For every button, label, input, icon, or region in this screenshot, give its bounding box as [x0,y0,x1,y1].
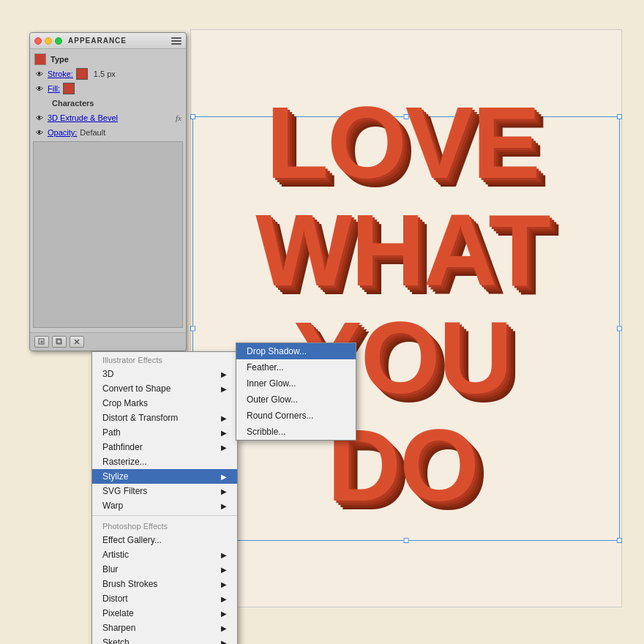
menu-item-warp-arrow: ▶ [221,502,227,510]
submenu-outer-glow[interactable]: Outer Glow... [236,392,356,408]
stroke-row: Stroke: 1.5 px [30,67,186,81]
menu-item-artistic-arrow: ▶ [221,551,227,559]
menu-section2-header: Photoshop Effects [92,518,237,533]
type-label: Type [50,55,69,64]
menu-item-crop[interactable]: Crop Marks [92,396,237,411]
submenu-outer-glow-label: Outer Glow... [247,394,298,405]
menu-item-brush[interactable]: Brush Strokes ▶ [92,577,237,591]
stroke-visibility-eye[interactable] [34,69,45,79]
menu-item-pathfinder-label: Pathfinder [102,442,143,452]
effect-label[interactable]: 3D Extrude & Bevel [48,113,118,122]
menu-item-blur-arrow: ▶ [221,566,227,574]
menu-item-distort2-arrow: ▶ [221,595,227,603]
menu-item-svg-arrow: ▶ [221,487,227,495]
submenu-inner-glow-label: Inner Glow... [247,378,296,389]
opacity-row: Opacity: Default [30,125,186,140]
type-color-swatch [34,53,46,65]
menu-item-3d[interactable]: 3D ▶ [92,367,237,381]
menu-item-pixelate-label: Pixelate [102,608,134,618]
fill-color-swatch[interactable] [63,83,75,94]
menu-item-distort[interactable]: Distort & Transform ▶ [92,411,237,425]
menu-item-3d-arrow: ▶ [221,370,227,378]
menu-item-brush-label: Brush Strokes [102,579,157,589]
menu-item-sharpen[interactable]: Sharpen ▶ [92,621,237,635]
maximize-button[interactable] [55,37,62,45]
text-line1: LOVE [176,89,629,196]
stroke-color-swatch[interactable] [76,68,88,80]
fx-badge: fx [176,113,181,122]
menu-item-effect-gallery-label: Effect Gallery... [102,535,162,545]
menu-item-pixelate[interactable]: Pixelate ▶ [92,606,237,621]
menu-item-stylize[interactable]: Stylize ▶ [92,469,237,484]
menu-item-distort2-label: Distort [102,594,128,604]
characters-label: Characters [52,99,94,108]
menu-item-artistic-label: Artistic [102,550,129,560]
stylize-submenu: Drop Shadow... Feather... Inner Glow... … [236,342,356,441]
submenu-feather-label: Feather... [247,362,284,372]
handle-br[interactable] [617,538,622,543]
characters-header: Characters [30,96,186,111]
menu-item-path-arrow: ▶ [221,429,227,437]
menu-item-effect-gallery[interactable]: Effect Gallery... [92,533,237,547]
handle-bc[interactable] [404,538,409,543]
panel-menu-icon[interactable] [171,37,181,45]
menu-item-sharpen-arrow: ▶ [221,624,227,632]
menu-item-distort2[interactable]: Distort ▶ [92,591,237,606]
fill-row: Fill: [30,81,186,96]
minimize-button[interactable] [45,37,52,45]
text-line2: WHAT [176,196,629,304]
submenu-scribble[interactable]: Scribble... [236,424,356,440]
close-button[interactable] [34,37,42,45]
type-row: Type [30,52,186,67]
menu-item-warp-label: Warp [102,501,123,511]
menu-item-artistic[interactable]: Artistic ▶ [92,547,237,562]
menu-item-svg-label: SVG Filters [102,486,147,496]
menu-item-path[interactable]: Path ▶ [92,425,237,440]
menu-item-sketch[interactable]: Sketch ▶ [92,635,237,644]
new-layer-button[interactable] [34,336,49,348]
fill-visibility-eye[interactable] [34,83,45,94]
duplicate-button[interactable] [52,336,67,348]
menu-item-pathfinder[interactable]: Pathfinder ▶ [92,440,237,454]
menu-item-rasterize-label: Rasterize... [102,457,147,467]
opacity-visibility-eye[interactable] [34,127,45,138]
menu-item-convert-label: Convert to Shape [102,383,171,394]
menu-item-warp[interactable]: Warp ▶ [92,498,237,513]
panel-body: Type Stroke: 1.5 px Fill: Characters 3D … [30,49,186,332]
menu-item-stylize-arrow: ▶ [221,473,227,481]
menu-item-path-label: Path [102,427,121,438]
submenu-drop-shadow-label: Drop Shadow... [247,346,307,356]
menu-separator [92,515,237,516]
menu-item-3d-label: 3D [102,369,113,379]
menu-item-distort-arrow: ▶ [221,414,227,422]
opacity-value: Default [80,128,105,137]
menu-item-distort-label: Distort & Transform [102,413,178,423]
effect-row: 3D Extrude & Bevel fx [30,111,186,125]
stroke-label[interactable]: Stroke: [48,70,73,78]
opacity-label[interactable]: Opacity: [48,128,77,137]
submenu-drop-shadow[interactable]: Drop Shadow... [236,343,356,359]
submenu-inner-glow[interactable]: Inner Glow... [236,375,356,392]
menu-item-svg[interactable]: SVG Filters ▶ [92,484,237,498]
canvas-text: LOVE WHAT YOU DO [176,89,629,519]
menu-item-sketch-arrow: ▶ [221,639,227,645]
panel-titlebar: APPEARANCE [30,33,186,49]
menu-item-rasterize[interactable]: Rasterize... [92,454,237,469]
submenu-feather[interactable]: Feather... [236,359,356,375]
panel-title: APPEARANCE [68,37,127,45]
menu-item-sharpen-label: Sharpen [102,623,135,633]
menu-item-blur[interactable]: Blur ▶ [92,562,237,577]
menu-item-brush-arrow: ▶ [221,580,227,588]
panel-footer [30,332,186,351]
delete-button[interactable] [70,336,84,348]
effect-visibility-eye[interactable] [34,113,45,123]
panel-grey-area [33,141,183,328]
fill-label[interactable]: Fill: [48,84,60,93]
menu-item-sketch-label: Sketch [102,637,130,644]
menu-section1-header: Illustrator Effects [92,352,237,367]
submenu-round-corners[interactable]: Round Corners... [236,408,356,424]
context-menu: Illustrator Effects 3D ▶ Convert to Shap… [91,351,238,644]
menu-item-convert[interactable]: Convert to Shape ▶ [92,381,237,396]
canvas-content: LOVE WHAT YOU DO [190,29,622,607]
menu-item-blur-label: Blur [102,564,118,574]
